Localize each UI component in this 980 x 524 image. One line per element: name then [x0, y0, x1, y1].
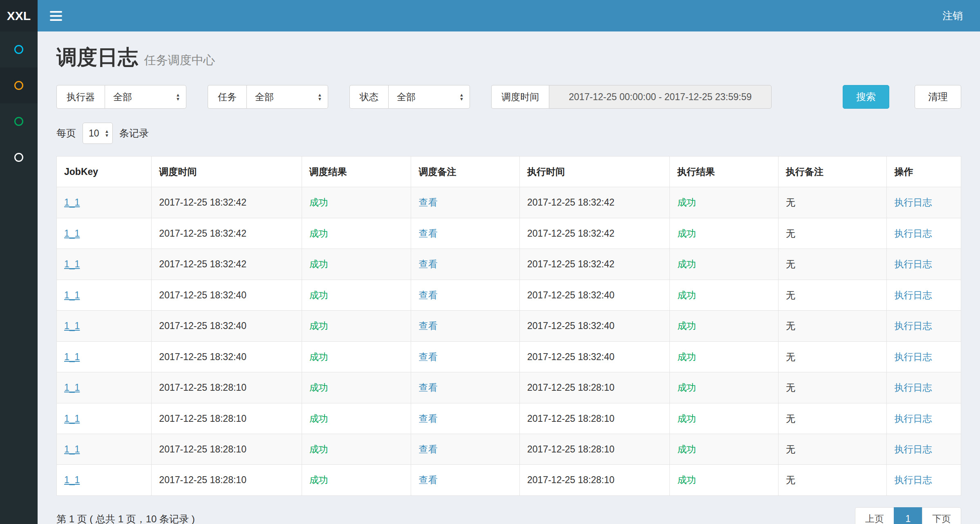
select-arrows-icon: ▲▼ — [176, 93, 180, 101]
circle-icon — [14, 81, 23, 90]
page-size-suffix: 条记录 — [119, 127, 149, 140]
app-logo[interactable]: XXL — [0, 0, 38, 31]
current-page-button[interactable]: 1 — [894, 507, 922, 524]
job-filter-group: 任务 全部 ▲▼ — [208, 85, 328, 109]
handle-time-cell: 2017-12-25 18:28:10 — [527, 382, 615, 393]
trigger-result-cell: 成功 — [309, 290, 328, 300]
select-arrows-icon: ▲▼ — [318, 93, 322, 101]
jobkey-link[interactable]: 1_1 — [64, 444, 80, 455]
trigger-result-cell: 成功 — [309, 320, 328, 331]
time-range-input[interactable]: 2017-12-25 00:00:00 - 2017-12-25 23:59:5… — [549, 85, 772, 109]
executor-filter-group: 执行器 全部 ▲▼ — [56, 85, 186, 109]
trigger-result-cell: 成功 — [309, 352, 328, 362]
logout-link[interactable]: 注销 — [942, 9, 963, 22]
select-arrows-icon: ▲▼ — [105, 129, 109, 137]
trigger-msg-link[interactable]: 查看 — [418, 382, 437, 393]
trigger-msg-link[interactable]: 查看 — [418, 197, 437, 208]
jobkey-link[interactable]: 1_1 — [64, 475, 80, 485]
table-row: 1_1 2017-12-25 18:32:40 成功 查看 2017-12-25… — [57, 280, 961, 310]
trigger-time-cell: 2017-12-25 18:32:42 — [159, 228, 246, 239]
exec-log-link[interactable]: 执行日志 — [894, 382, 932, 393]
exec-log-link[interactable]: 执行日志 — [894, 228, 932, 239]
column-header-handle-msg: 执行备注 — [778, 157, 887, 187]
circle-icon — [14, 117, 23, 126]
page-size-value: 10 — [89, 128, 99, 139]
column-header-trigger-result: 调度结果 — [302, 157, 411, 187]
trigger-msg-link[interactable]: 查看 — [418, 352, 437, 362]
trigger-result-cell: 成功 — [309, 228, 328, 239]
trigger-msg-link[interactable]: 查看 — [418, 228, 437, 239]
table-row: 1_1 2017-12-25 18:32:40 成功 查看 2017-12-25… — [57, 311, 961, 341]
clear-button[interactable]: 清理 — [915, 85, 961, 109]
status-filter-group: 状态 全部 ▲▼ — [349, 85, 470, 109]
trigger-msg-link[interactable]: 查看 — [418, 413, 437, 424]
column-header-action: 操作 — [887, 157, 961, 187]
time-label: 调度时间 — [491, 85, 549, 109]
trigger-msg-link[interactable]: 查看 — [418, 444, 437, 455]
top-navbar: XXL 注销 — [0, 0, 980, 31]
page-size-row: 每页 10 ▲▼ 条记录 — [56, 123, 961, 144]
jobkey-link[interactable]: 1_1 — [64, 352, 80, 362]
handle-result-cell: 成功 — [677, 475, 696, 485]
sidebar-toggle-icon[interactable] — [50, 11, 62, 21]
exec-log-link[interactable]: 执行日志 — [894, 290, 932, 300]
handle-time-cell: 2017-12-25 18:32:40 — [527, 290, 615, 300]
handle-time-cell: 2017-12-25 18:28:10 — [527, 413, 615, 424]
trigger-time-cell: 2017-12-25 18:32:42 — [159, 197, 246, 208]
exec-log-link[interactable]: 执行日志 — [894, 197, 932, 208]
status-select[interactable]: 全部 ▲▼ — [388, 85, 470, 109]
trigger-msg-link[interactable]: 查看 — [418, 290, 437, 300]
trigger-result-cell: 成功 — [309, 259, 328, 269]
sidebar-item-4[interactable] — [0, 139, 38, 175]
trigger-result-cell: 成功 — [309, 444, 328, 455]
jobkey-link[interactable]: 1_1 — [64, 413, 80, 424]
time-filter-group: 调度时间 2017-12-25 00:00:00 - 2017-12-25 23… — [491, 85, 772, 109]
table-row: 1_1 2017-12-25 18:28:10 成功 查看 2017-12-25… — [57, 434, 961, 464]
column-header-trigger-msg: 调度备注 — [411, 157, 520, 187]
navbar-main: 注销 — [38, 0, 980, 31]
pagination: 上页 1 下页 — [855, 507, 961, 524]
jobkey-link[interactable]: 1_1 — [64, 228, 80, 239]
exec-log-link[interactable]: 执行日志 — [894, 320, 932, 331]
jobkey-link[interactable]: 1_1 — [64, 197, 80, 208]
handle-result-cell: 成功 — [677, 444, 696, 455]
select-arrows-icon: ▲▼ — [459, 93, 464, 101]
trigger-time-cell: 2017-12-25 18:32:40 — [159, 290, 246, 300]
jobkey-link[interactable]: 1_1 — [64, 382, 80, 393]
job-select[interactable]: 全部 ▲▼ — [246, 85, 328, 109]
handle-msg-cell: 无 — [786, 320, 795, 331]
jobkey-link[interactable]: 1_1 — [64, 259, 80, 269]
circle-icon — [14, 45, 23, 54]
jobkey-link[interactable]: 1_1 — [64, 290, 80, 300]
page-size-select[interactable]: 10 ▲▼ — [83, 123, 113, 144]
sidebar-item-1[interactable] — [0, 31, 38, 67]
search-button[interactable]: 搜索 — [843, 85, 889, 109]
executor-label: 执行器 — [56, 85, 105, 109]
page-subtitle: 任务调度中心 — [144, 54, 215, 67]
next-page-button[interactable]: 下页 — [922, 507, 961, 524]
table-header-row: JobKey 调度时间 调度结果 调度备注 执行时间 执行结果 执行备注 操作 — [57, 157, 961, 187]
prev-page-button[interactable]: 上页 — [855, 507, 894, 524]
jobkey-link[interactable]: 1_1 — [64, 320, 80, 331]
exec-log-link[interactable]: 执行日志 — [894, 259, 932, 269]
exec-log-link[interactable]: 执行日志 — [894, 475, 932, 485]
exec-log-link[interactable]: 执行日志 — [894, 352, 932, 362]
trigger-result-cell: 成功 — [309, 197, 328, 208]
sidebar-item-2[interactable] — [0, 67, 38, 103]
handle-time-cell: 2017-12-25 18:32:42 — [527, 197, 615, 208]
trigger-result-cell: 成功 — [309, 475, 328, 485]
trigger-msg-link[interactable]: 查看 — [418, 475, 437, 485]
exec-log-link[interactable]: 执行日志 — [894, 444, 932, 455]
handle-result-cell: 成功 — [677, 290, 696, 300]
sidebar-item-3[interactable] — [0, 103, 38, 139]
trigger-msg-link[interactable]: 查看 — [418, 259, 437, 269]
sidebar-menu — [0, 31, 38, 175]
job-select-value: 全部 — [255, 91, 274, 103]
executor-select[interactable]: 全部 ▲▼ — [105, 85, 186, 109]
column-header-handle-result: 执行结果 — [670, 157, 779, 187]
exec-log-link[interactable]: 执行日志 — [894, 413, 932, 424]
handle-msg-cell: 无 — [786, 259, 795, 269]
pagination-summary: 第 1 页 ( 总共 1 页，10 条记录 ) — [56, 513, 195, 524]
trigger-msg-link[interactable]: 查看 — [418, 320, 437, 331]
table-row: 1_1 2017-12-25 18:32:42 成功 查看 2017-12-25… — [57, 249, 961, 280]
